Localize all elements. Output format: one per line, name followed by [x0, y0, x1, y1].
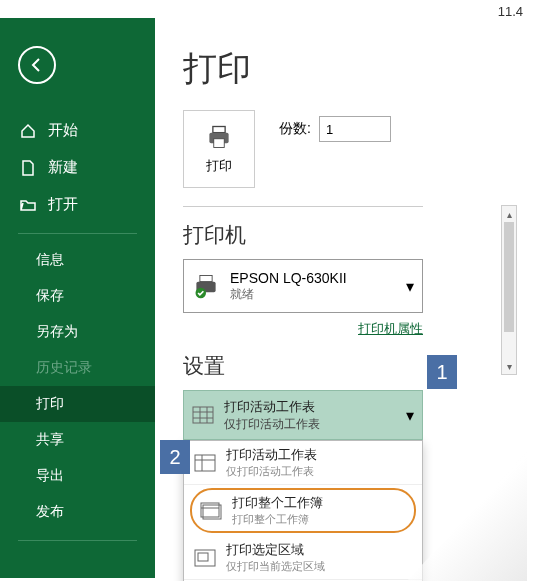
- menu-line1: 打印活动工作表: [226, 446, 317, 464]
- printer-selector[interactable]: EPSON LQ-630KII 就绪 ▾: [183, 259, 423, 313]
- print-button-label: 打印: [206, 157, 232, 175]
- svg-rect-4: [200, 276, 212, 282]
- printer-status: 就绪: [230, 286, 347, 303]
- selected-line2: 仅打印活动工作表: [224, 416, 320, 433]
- nav-new[interactable]: 新建: [0, 149, 155, 186]
- menu-line1: 打印选定区域: [226, 541, 325, 559]
- arrow-left-icon: [28, 56, 46, 74]
- nav-open[interactable]: 打开: [0, 186, 155, 223]
- selection-icon: [194, 549, 216, 567]
- svg-rect-11: [195, 455, 215, 471]
- backstage-sidebar: 开始 新建 打开 信息 保存 另存为 历史记录 打印 共享 导出 发布: [0, 18, 155, 578]
- nav-print[interactable]: 打印: [0, 386, 155, 422]
- nav-home[interactable]: 开始: [0, 112, 155, 149]
- svg-rect-6: [193, 407, 213, 423]
- menu-item-selection[interactable]: 打印选定区域仅打印当前选定区域: [184, 536, 422, 580]
- workbook-icon: [200, 502, 222, 520]
- chevron-down-icon: ▾: [406, 277, 414, 296]
- nav-saveas[interactable]: 另存为: [0, 314, 155, 350]
- menu-line2: 仅打印当前选定区域: [226, 559, 325, 574]
- copies-label: 份数:: [279, 120, 311, 138]
- nav-info[interactable]: 信息: [0, 242, 155, 278]
- print-button[interactable]: 打印: [183, 110, 255, 188]
- scroll-thumb[interactable]: [504, 222, 514, 332]
- nav-share[interactable]: 共享: [0, 422, 155, 458]
- scroll-up-icon[interactable]: ▴: [502, 206, 516, 222]
- menu-item-entire-workbook[interactable]: 打印整个工作簿打印整个工作簿: [190, 488, 416, 533]
- printer-icon: [205, 123, 233, 151]
- print-what-selector[interactable]: 打印活动工作表 仅打印活动工作表 ▾: [183, 390, 423, 440]
- svg-rect-18: [198, 553, 208, 561]
- svg-rect-2: [214, 139, 225, 148]
- nav-save[interactable]: 保存: [0, 278, 155, 314]
- nav-label: 另存为: [36, 323, 78, 341]
- sheet-icon: [192, 406, 214, 424]
- sheet-icon: [194, 454, 216, 472]
- nav-label: 新建: [48, 158, 78, 177]
- callout-2: 2: [160, 440, 190, 474]
- nav-label: 信息: [36, 251, 64, 269]
- nav-label: 保存: [36, 287, 64, 305]
- nav-label: 打印: [36, 395, 64, 413]
- menu-line2: 打印整个工作簿: [232, 512, 323, 527]
- version-label: 11.4: [498, 4, 523, 19]
- selected-line1: 打印活动工作表: [224, 398, 320, 416]
- menu-line2: 仅打印活动工作表: [226, 464, 317, 479]
- svg-rect-0: [213, 127, 225, 133]
- printer-ready-icon: [192, 272, 220, 300]
- nav-label: 共享: [36, 431, 64, 449]
- nav-label: 导出: [36, 467, 64, 485]
- nav-label: 历史记录: [36, 359, 92, 377]
- print-what-dropdown: 打印活动工作表仅打印活动工作表 打印整个工作簿打印整个工作簿 打印选定区域仅打印…: [183, 440, 423, 581]
- nav-publish[interactable]: 发布: [0, 494, 155, 530]
- printer-properties-link[interactable]: 打印机属性: [358, 321, 423, 336]
- callout-1: 1: [427, 355, 457, 389]
- print-panel: 打印 打印 份数: 打印机 EPSON LQ-630KII 就绪 ▾ 打印机属性…: [155, 18, 523, 581]
- page-title: 打印: [183, 46, 513, 92]
- menu-item-active-sheets[interactable]: 打印活动工作表仅打印活动工作表: [184, 441, 422, 485]
- printer-name: EPSON LQ-630KII: [230, 270, 347, 286]
- chevron-down-icon: ▾: [406, 406, 414, 425]
- back-button[interactable]: [18, 46, 56, 84]
- nav-label: 发布: [36, 503, 64, 521]
- settings-section-title: 设置: [183, 352, 513, 380]
- scroll-down-icon[interactable]: ▾: [502, 358, 516, 374]
- vertical-scrollbar[interactable]: ▴ ▾: [501, 205, 517, 375]
- nav-export[interactable]: 导出: [0, 458, 155, 494]
- nav-label: 开始: [48, 121, 78, 140]
- folder-open-icon: [20, 197, 38, 213]
- copies-input[interactable]: [319, 116, 391, 142]
- file-icon: [20, 160, 38, 176]
- home-icon: [20, 123, 38, 139]
- menu-line1: 打印整个工作簿: [232, 494, 323, 512]
- printer-section-title: 打印机: [183, 221, 513, 249]
- nav-history: 历史记录: [0, 350, 155, 386]
- nav-label: 打开: [48, 195, 78, 214]
